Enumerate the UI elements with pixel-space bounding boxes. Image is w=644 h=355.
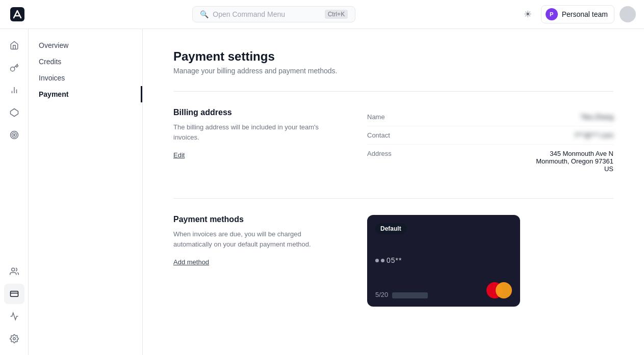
card-number-partial: 05** [387,256,402,264]
name-label: Name [367,113,418,121]
divider-1 [173,91,613,92]
expiry-prefix: 5/20 [375,291,388,298]
search-placeholder: Open Command Menu [213,10,320,18]
payment-methods-left: Payment methods When invoices are due, y… [173,215,326,307]
sidebar-icon-chart[interactable] [4,80,24,100]
sidebar-icon-home[interactable] [4,35,24,56]
svg-rect-0 [10,7,24,21]
payment-methods-section: Payment methods When invoices are due, y… [173,215,613,307]
sidebar-icon-activity[interactable] [4,306,24,326]
card-dots: 05** [375,256,512,264]
theme-toggle-button[interactable]: ☀ [520,6,536,22]
edit-link[interactable]: Edit [173,151,185,159]
topbar-right: ☀ P Personal team [520,5,636,23]
search-area: 🔍 Open Command Menu Ctrl+K [35,6,513,22]
sidebar-icon-target[interactable] [4,125,24,145]
nav-item-invoices[interactable]: Invoices [29,70,142,86]
card-expiry: 5/20 [375,291,428,298]
nav-label-payment: Payment [39,90,68,98]
default-badge: Default [375,223,406,234]
mc-circle-orange [496,282,512,298]
payment-card: Default 05** 5/20 [367,215,520,307]
sidebar-icon-settings[interactable] [4,329,24,349]
add-method-link[interactable]: Add method [173,258,209,266]
billing-section-title: Billing address [173,108,326,117]
svg-point-8 [13,134,15,136]
page-title: Payment settings [173,49,613,64]
card-container: Default 05** 5/20 [367,215,613,307]
nav-sidebar: Overview Credits Invoices Payment [29,29,143,355]
divider-2 [173,198,613,199]
main-layout: Overview Credits Invoices Payment Paymen… [0,29,644,355]
sidebar-icon-hexagon[interactable] [4,102,24,123]
svg-point-9 [11,268,14,271]
svg-point-7 [12,133,16,138]
contact-value: f***@***.com [575,131,613,139]
billing-address-fields: Name Tika Zhang Contact f***@***.com Add… [367,108,613,178]
mastercard-logo [486,282,512,298]
search-box[interactable]: 🔍 Open Command Menu Ctrl+K [192,6,355,22]
expiry-blurred [392,292,428,298]
contact-label: Contact [367,131,418,139]
address-line2: Monmouth, Oregon 97361 [536,157,613,165]
team-avatar: P [546,8,558,20]
address-line3: US [604,165,613,173]
icon-sidebar [0,29,29,355]
content-area: Payment settings Manage your billing add… [143,29,644,355]
page-subtitle: Manage your billing address and payment … [173,67,613,75]
billing-address-left: Billing address The billing address will… [173,108,326,178]
nav-item-overview[interactable]: Overview [29,37,142,53]
card-number-area: 05** [375,256,512,266]
svg-point-1 [10,67,14,71]
logo[interactable] [8,5,27,23]
nav-item-payment[interactable]: Payment [29,86,142,102]
team-name: Personal team [562,10,608,18]
dot-2 [381,259,384,262]
search-shortcut: Ctrl+K [325,10,348,19]
payment-section-desc: When invoices are due, you will be charg… [173,229,326,249]
nav-label-invoices: Invoices [39,74,65,82]
team-selector-button[interactable]: P Personal team [541,5,614,23]
field-row-name: Name Tika Zhang [367,108,613,126]
nav-label-credits: Credits [39,58,61,66]
svg-point-12 [13,338,15,340]
billing-section-desc: The billing address will be included in … [173,122,326,142]
sidebar-icon-users[interactable] [4,261,24,282]
field-row-address: Address 345 Monmouth Ave N Monmouth, Ore… [367,145,613,178]
payment-section-title: Payment methods [173,215,326,224]
dot-1 [375,259,379,262]
card-bottom: 5/20 [375,282,512,298]
billing-address-section: Billing address The billing address will… [173,108,613,178]
nav-label-overview: Overview [39,41,68,49]
address-value: 345 Monmouth Ave N Monmouth, Oregon 9736… [536,150,613,173]
sidebar-icon-billing[interactable] [4,284,24,304]
nav-item-credits[interactable]: Credits [29,53,142,70]
field-row-contact: Contact f***@***.com [367,126,613,145]
name-value: Tika Zhang [580,113,613,121]
svg-rect-10 [10,291,18,297]
search-icon: 🔍 [200,10,209,18]
user-avatar[interactable] [620,6,636,22]
sidebar-icon-key[interactable] [4,58,24,78]
address-line1: 345 Monmouth Ave N [550,150,613,157]
svg-marker-5 [10,109,18,117]
topbar: 🔍 Open Command Menu Ctrl+K ☀ P Personal … [0,0,644,29]
address-label: Address [367,150,418,157]
